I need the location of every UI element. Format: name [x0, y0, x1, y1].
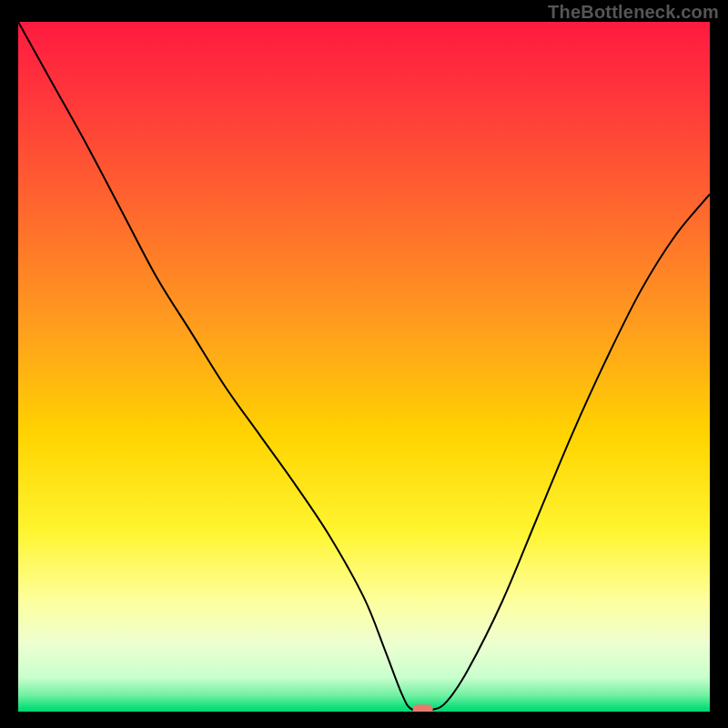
watermark-label: TheBottleneck.com — [548, 2, 719, 23]
optimal-point-marker — [413, 704, 433, 712]
bottleneck-chart-frame: TheBottleneck.com — [0, 0, 728, 728]
plot-area — [18, 22, 710, 712]
plot-svg — [18, 22, 710, 712]
gradient-background — [18, 22, 710, 712]
